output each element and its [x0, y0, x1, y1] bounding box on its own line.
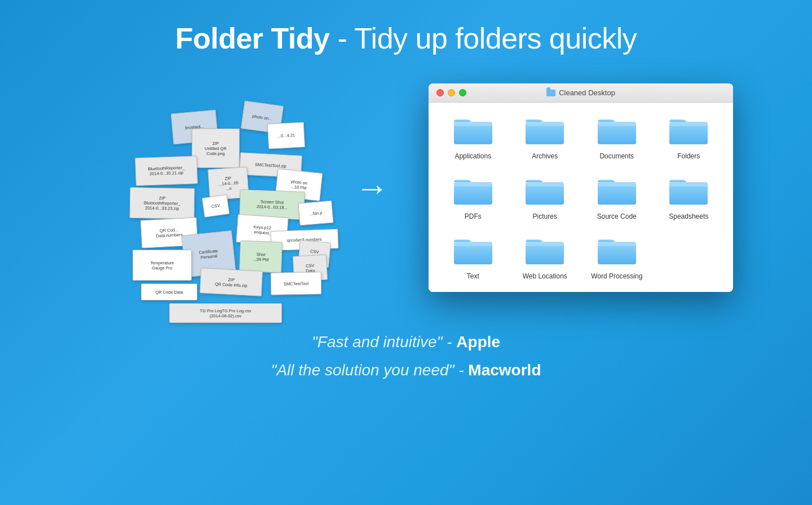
window-titlebar: Cleaned Desktop — [429, 83, 733, 103]
main-content: brushed...photo on......0...4.21ZIP Unti… — [0, 61, 812, 314]
folder-icon — [453, 114, 493, 149]
minimize-button[interactable] — [448, 89, 455, 96]
pile-file-item: Shot ...39 PM — [239, 241, 283, 273]
pile-file-item: Temperature Gauge Pro — [133, 250, 192, 281]
folder-label: Text — [467, 272, 479, 280]
folder-icon — [597, 114, 637, 149]
folder-label: Source Code — [597, 212, 637, 220]
pile-file-item: TG Pro LogTG Pro Log.csv (2014-06-02).cs… — [169, 303, 282, 323]
title-bold-part: Folder Tidy — [175, 22, 330, 55]
quote-line: "All the solution you need" - Macworld — [0, 356, 812, 384]
folder-item[interactable]: Speadsheets — [656, 174, 722, 220]
window-folder-icon — [546, 90, 555, 96]
folder-item[interactable]: Applications — [440, 114, 506, 160]
quotes-section: "Fast and intuitive" - Apple"All the sol… — [0, 328, 812, 385]
svg-rect-11 — [669, 122, 708, 126]
folder-label: Archives — [532, 152, 558, 160]
pile-file-item: ZIP Untitled QR Code.png — [192, 129, 240, 168]
arrow-icon: → — [355, 169, 389, 207]
svg-rect-32 — [598, 242, 636, 246]
folder-label: Pictures — [533, 212, 557, 220]
mac-window: Cleaned Desktop Applications — [429, 83, 733, 291]
quote-line: "Fast and intuitive" - Apple — [0, 328, 812, 356]
folder-item[interactable]: Word Processing — [584, 234, 650, 280]
arrow-container: → — [350, 169, 395, 207]
folder-item[interactable]: PDFs — [440, 174, 506, 220]
folder-label: Speadsheets — [669, 212, 708, 220]
pile-file-item: ...fan.p — [298, 200, 333, 225]
pile-file-item: QR Code Data — [141, 283, 197, 300]
folder-label: Word Processing — [591, 272, 642, 280]
svg-rect-23 — [669, 182, 708, 187]
folder-item[interactable]: Archives — [512, 114, 579, 160]
folder-item[interactable]: Documents — [584, 114, 650, 160]
folder-item[interactable]: Source Code — [584, 174, 650, 220]
folder-icon — [668, 114, 709, 149]
folder-label: PDFs — [465, 212, 482, 220]
folder-label: Applications — [454, 152, 491, 160]
quote-source: Apple — [456, 333, 500, 351]
folder-item[interactable]: Web Locations — [512, 234, 579, 280]
pile-file-item: ZIP BluetoothReporter_ 2014-0...33.23.zi… — [130, 187, 195, 219]
pile-file-item: ...0...4.21 — [267, 122, 305, 149]
pile-file-item: SMCTestTool — [271, 272, 322, 295]
svg-rect-26 — [454, 242, 492, 246]
folder-item[interactable]: Pictures — [512, 174, 579, 220]
quote-text: "All the solution you need" - — [271, 361, 468, 379]
folder-icon — [453, 234, 493, 269]
svg-rect-20 — [598, 182, 636, 187]
folder-icon — [453, 174, 493, 209]
app-header: Folder Tidy - Tidy up folders quickly — [0, 0, 812, 55]
folder-label: Web Locations — [523, 272, 567, 280]
folder-icon — [524, 234, 565, 269]
folder-grid: Applications Archives Documents — [429, 103, 733, 291]
folder-icon — [668, 174, 709, 209]
folder-label: Documents — [599, 152, 634, 160]
quote-text: "Fast and intuitive" - — [312, 333, 456, 351]
svg-rect-2 — [454, 122, 492, 126]
folder-icon — [597, 174, 637, 209]
svg-rect-14 — [454, 182, 492, 187]
svg-rect-17 — [526, 182, 564, 187]
window-title: Cleaned Desktop — [546, 88, 615, 97]
maximize-button[interactable] — [459, 89, 466, 96]
svg-rect-29 — [526, 242, 564, 246]
pile-file-item: ZIP QR Code Info.zip — [200, 268, 263, 296]
close-button[interactable] — [436, 89, 444, 96]
folder-item[interactable]: Folders — [656, 114, 722, 160]
title-rest-part: - Tidy up folders quickly — [330, 22, 637, 55]
folder-label: Folders — [677, 152, 700, 160]
window-title-text: Cleaned Desktop — [559, 88, 615, 97]
traffic-lights — [436, 89, 466, 96]
folder-icon — [524, 174, 565, 209]
folder-icon — [524, 114, 565, 149]
pile-file-item: CSV — [202, 194, 230, 218]
messy-pile: brushed...photo on......0...4.21ZIP Unti… — [79, 67, 316, 314]
folder-item[interactable]: Text — [440, 234, 506, 280]
pile-file-item: BluetoothReporter_ 2014-0...35.21.zip — [135, 156, 198, 186]
quote-source: Macworld — [468, 361, 541, 379]
svg-rect-8 — [598, 122, 636, 126]
svg-rect-5 — [526, 122, 564, 126]
app-title: Folder Tidy - Tidy up folders quickly — [0, 21, 812, 55]
folder-icon — [597, 234, 637, 269]
